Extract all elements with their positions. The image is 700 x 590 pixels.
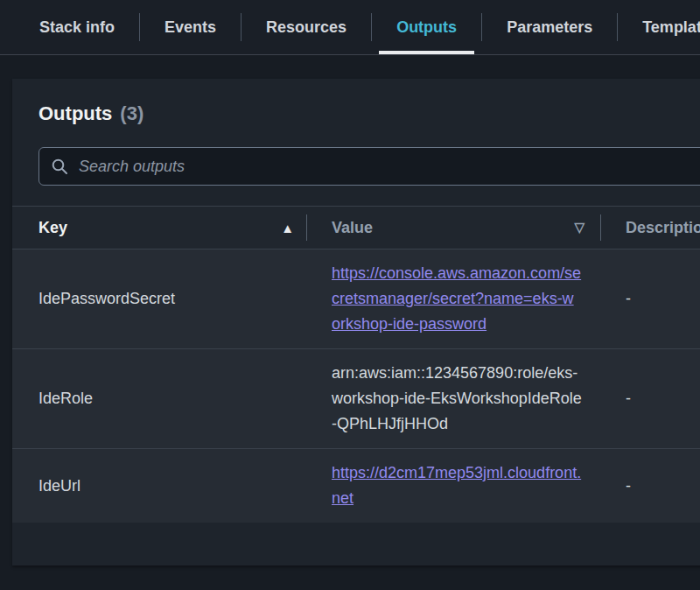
page-title: Outputs (3) xyxy=(38,102,700,126)
tab-divider xyxy=(617,13,618,41)
column-label: Value xyxy=(332,219,373,237)
tab-resources[interactable]: Resources xyxy=(248,0,364,54)
outputs-panel-header: Outputs (3) xyxy=(12,79,700,126)
table-body: IdePasswordSecret https://console.aws.am… xyxy=(12,249,700,523)
tab-events[interactable]: Events xyxy=(147,0,234,54)
tab-label: Resources xyxy=(266,18,346,37)
output-value-link[interactable]: https://d2cm17mep53jml.cloudfront.net xyxy=(332,464,581,507)
stack-tab-bar: Stack info Events Resources Outputs Para… xyxy=(0,0,700,55)
table-header-row: Key ▲ Value ▽ Description xyxy=(12,206,700,249)
tab-divider xyxy=(481,13,482,41)
tab-label: Events xyxy=(164,18,216,37)
output-value: https://d2cm17mep53jml.cloudfront.net xyxy=(307,449,601,523)
column-header-value[interactable]: Value ▽ xyxy=(307,207,600,249)
tab-label: Template xyxy=(642,18,700,37)
tab-outputs[interactable]: Outputs xyxy=(379,0,474,54)
output-description: - xyxy=(601,290,700,308)
search-input[interactable] xyxy=(77,157,700,177)
tab-label: Parameters xyxy=(507,18,592,37)
output-value: https://console.aws.amazon.com/secretsma… xyxy=(307,249,601,348)
tab-template[interactable]: Template xyxy=(625,0,700,54)
column-header-description[interactable]: Description xyxy=(601,207,700,249)
tab-parameters[interactable]: Parameters xyxy=(489,0,610,54)
tab-divider xyxy=(371,13,372,41)
output-value-text: arn:aws:iam::1234567890:role/eks-worksho… xyxy=(332,364,582,432)
tab-divider xyxy=(139,13,140,41)
column-label: Description xyxy=(626,219,700,237)
search-icon xyxy=(51,158,68,175)
sort-indicator-icon[interactable]: ▽ xyxy=(574,220,584,235)
outputs-panel: Outputs (3) Key ▲ Value ▽ Description Id… xyxy=(12,79,700,565)
table-row: IdeUrl https://d2cm17mep53jml.cloudfront… xyxy=(12,448,700,523)
output-value: arn:aws:iam::1234567890:role/eks-worksho… xyxy=(307,349,601,448)
tab-label: Outputs xyxy=(396,18,457,37)
tab-label: Stack info xyxy=(39,18,115,37)
table-row: IdeRole arn:aws:iam::1234567890:role/eks… xyxy=(12,348,700,448)
column-label: Key xyxy=(38,219,67,237)
tab-divider xyxy=(241,13,242,41)
output-description: - xyxy=(601,390,700,408)
sort-ascending-icon[interactable]: ▲ xyxy=(281,221,294,235)
panel-title-text: Outputs xyxy=(38,102,112,126)
tab-stack-info[interactable]: Stack info xyxy=(22,0,132,54)
output-key: IdeUrl xyxy=(12,477,307,495)
column-header-key[interactable]: Key ▲ xyxy=(12,207,306,249)
output-key: IdeRole xyxy=(12,390,307,408)
table-row: IdePasswordSecret https://console.aws.am… xyxy=(12,249,700,348)
search-box[interactable] xyxy=(38,147,700,186)
output-description: - xyxy=(601,477,700,495)
output-key: IdePasswordSecret xyxy=(12,290,307,308)
output-value-link[interactable]: https://console.aws.amazon.com/secretsma… xyxy=(332,264,581,333)
outputs-count-badge: (3) xyxy=(120,102,144,126)
